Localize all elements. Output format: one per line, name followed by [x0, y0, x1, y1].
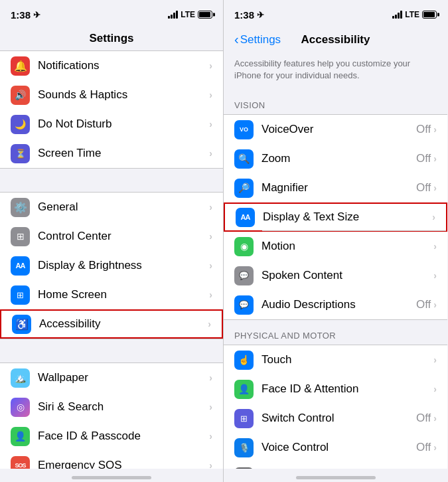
sidebar-item-controlcenter[interactable]: ⊞ Control Center ›	[0, 222, 223, 251]
siri-icon: ◎	[11, 398, 30, 417]
accessibility-item-magnifier[interactable]: 🔎 Magnifier Off ›	[224, 173, 447, 202]
accessibility-item-faceid-att[interactable]: 👤 Face ID & Attention ›	[224, 374, 447, 404]
emergency-label: Emergency SOS	[38, 459, 209, 469]
zoom-chevron: ›	[433, 153, 437, 164]
magnifier-icon: 🔎	[234, 179, 254, 198]
sidebar-item-sounds[interactable]: 🔊 Sounds & Haptics ›	[0, 80, 223, 110]
left-battery-icon	[198, 11, 212, 19]
zoom-icon: 🔍	[234, 149, 254, 169]
zoom-value: Off	[416, 152, 431, 165]
notifications-icon: 🔔	[11, 56, 30, 76]
left-scroll-area[interactable]: 🔔 Notifications › 🔊 Sounds & Haptics › 🌙…	[0, 50, 223, 469]
bar3	[173, 13, 175, 19]
accessibility-item-switchcontrol[interactable]: ⊞ Switch Control Off ›	[224, 404, 447, 433]
accessibility-item-motion[interactable]: ◉ Motion ›	[224, 232, 447, 261]
vision-group: VO VoiceOver Off › 🔍 Zoom Off › 🔎 Magnif…	[224, 114, 447, 320]
accessibility-item-displaytextsize[interactable]: AA Display & Text Size ›	[224, 202, 447, 232]
sidebar-item-dnd[interactable]: 🌙 Do Not Disturb ›	[0, 110, 223, 139]
right-home-bar	[296, 476, 376, 479]
left-home-indicator	[0, 469, 223, 482]
left-panel-title: Settings	[0, 29, 223, 50]
wallpaper-chevron: ›	[209, 372, 212, 383]
left-clock: 1:38	[11, 9, 31, 21]
homescreen-icon: ⊞	[11, 285, 30, 305]
faceid-att-label: Face ID & Attention	[261, 382, 433, 396]
sidebar-item-homescreen[interactable]: ⊞ Home Screen ›	[0, 280, 223, 309]
left-battery-fill	[199, 12, 210, 17]
physical-group: ☝️ Touch › 👤 Face ID & Attention › ⊞ Swi…	[224, 345, 447, 469]
general-icon: ⚙️	[11, 198, 30, 217]
accessibility-item-spoken[interactable]: 💬 Spoken Content ›	[224, 261, 447, 290]
faceid-att-icon: 👤	[234, 380, 254, 399]
right-status-icons: LTE	[392, 10, 437, 19]
left-panel: 1:38 ✈ LTE Settings 🔔 Notifications ›	[0, 0, 224, 482]
right-status-bar: 1:38 ✈ LTE	[224, 0, 447, 29]
sounds-chevron: ›	[209, 90, 212, 100]
sidebar-item-screentime[interactable]: ⏳ Screen Time ›	[0, 139, 223, 168]
switchcontrol-value: Off	[416, 412, 431, 425]
audiodesc-value: Off	[416, 298, 431, 311]
audiodesc-chevron: ›	[433, 299, 437, 310]
back-label: Settings	[240, 33, 281, 46]
display-chevron: ›	[209, 260, 212, 271]
spoken-icon: 💬	[234, 266, 254, 285]
voicecontrol-label: Voice Control	[261, 441, 416, 454]
sidebar-item-general[interactable]: ⚙️ General ›	[0, 193, 223, 222]
homescreen-chevron: ›	[209, 289, 212, 300]
gap-2	[0, 339, 223, 362]
accessibility-item-voiceover[interactable]: VO VoiceOver Off ›	[224, 115, 447, 144]
back-chevron-icon: ‹	[234, 32, 239, 47]
dnd-chevron: ›	[209, 119, 212, 129]
accessibility-chevron: ›	[208, 319, 211, 329]
accessibility-item-audiodesc[interactable]: 💬 Audio Descriptions Off ›	[224, 290, 447, 319]
right-nav-bar: ‹ Settings Accessibility	[224, 29, 447, 52]
faceid-label: Face ID & Passcode	[38, 430, 209, 443]
switchcontrol-chevron: ›	[433, 413, 437, 424]
sidebar-item-accessibility[interactable]: ♿ Accessibility ›	[0, 309, 223, 339]
siri-chevron: ›	[209, 402, 212, 412]
accessibility-item-voicecontrol[interactable]: 🎙️ Voice Control Off ›	[224, 433, 447, 462]
back-button[interactable]: ‹ Settings	[234, 32, 281, 47]
sidebar-item-wallpaper[interactable]: 🏔️ Wallpaper ›	[0, 363, 223, 392]
switchcontrol-label: Switch Control	[261, 412, 416, 425]
right-scroll-area[interactable]: Accessibility features help you customiz…	[224, 52, 447, 469]
faceid-icon: 👤	[11, 427, 30, 446]
notifications-chevron: ›	[209, 60, 212, 71]
controlcenter-chevron: ›	[209, 231, 212, 242]
left-time: 1:38 ✈	[11, 9, 40, 21]
sidebar-item-faceid[interactable]: 👤 Face ID & Passcode ›	[0, 422, 223, 451]
audiodesc-label: Audio Descriptions	[261, 298, 416, 311]
audiodesc-icon: 💬	[234, 295, 254, 315]
voicecontrol-chevron: ›	[433, 442, 437, 453]
right-clock: 1:38	[234, 9, 254, 21]
display-icon: AA	[11, 256, 30, 276]
touch-chevron: ›	[433, 355, 437, 365]
accessibility-item-zoom[interactable]: 🔍 Zoom Off ›	[224, 144, 447, 173]
switchcontrol-icon: ⊞	[234, 409, 254, 428]
gap-1	[0, 169, 223, 192]
left-group-1: 🔔 Notifications › 🔊 Sounds & Haptics › 🌙…	[0, 50, 223, 169]
sidebar-item-notifications[interactable]: 🔔 Notifications ›	[0, 51, 223, 80]
bar4	[176, 11, 178, 19]
displaytextsize-icon: AA	[236, 208, 255, 227]
sidebar-item-emergency[interactable]: SOS Emergency SOS ›	[0, 451, 223, 469]
bar2	[171, 15, 173, 19]
right-panel-title: Accessibility	[301, 33, 370, 46]
accessibility-item-sidebutton[interactable]: ▌ Side Button ›	[224, 462, 447, 469]
touch-icon: ☝️	[234, 351, 254, 370]
location-icon: ✈	[33, 10, 40, 20]
siri-label: Siri & Search	[38, 400, 209, 414]
faceid-att-chevron: ›	[433, 384, 437, 394]
magnifier-value: Off	[416, 181, 431, 195]
voiceover-value: Off	[416, 123, 431, 136]
right-home-indicator	[224, 469, 447, 482]
sidebar-item-siri[interactable]: ◎ Siri & Search ›	[0, 392, 223, 422]
accessibility-label: Accessibility	[39, 317, 208, 331]
sidebar-item-display[interactable]: AA Display & Brightness ›	[0, 251, 223, 280]
right-location-icon: ✈	[257, 10, 264, 20]
wallpaper-icon: 🏔️	[11, 368, 30, 388]
sidebutton-icon: ▌	[234, 467, 254, 469]
magnifier-chevron: ›	[433, 183, 437, 193]
accessibility-item-touch[interactable]: ☝️ Touch ›	[224, 345, 447, 374]
touch-label: Touch	[261, 353, 433, 366]
